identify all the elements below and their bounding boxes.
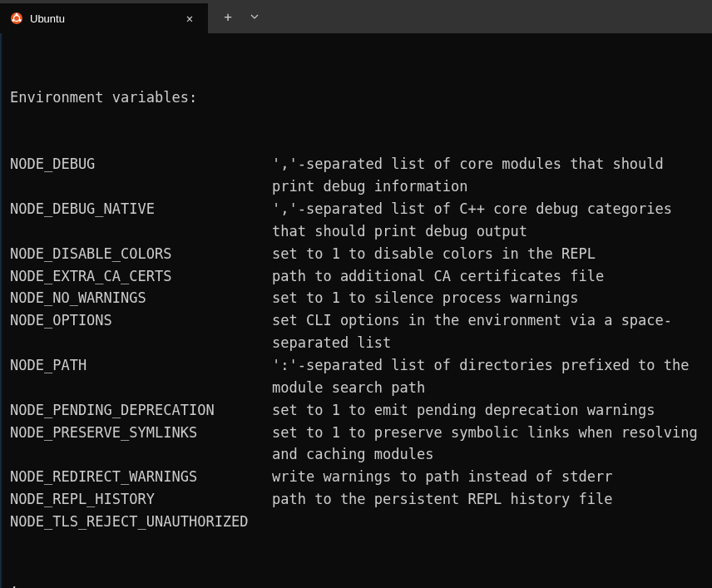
env-var-row: NODE_TLS_REJECT_UNAUTHORIZED: [10, 511, 702, 533]
env-var-desc: set CLI options in the environment via a…: [272, 309, 702, 354]
window-left-border: [0, 33, 2, 588]
tab-title: Ubuntu: [30, 12, 181, 25]
tab-actions: +: [208, 0, 268, 33]
env-var-name: NODE_REPL_HISTORY: [10, 488, 272, 511]
env-var-row: NODE_DEBUG_NATIVE','-separated list of C…: [10, 198, 702, 243]
env-var-desc: ':'-separated list of directories prefix…: [272, 354, 702, 399]
env-var-name: NODE_EXTRA_CA_CERTS: [10, 265, 272, 288]
env-var-row: NODE_PRESERVE_SYMLINKSset to 1 to preser…: [10, 422, 702, 467]
new-tab-button[interactable]: +: [215, 3, 241, 30]
env-var-name: NODE_NO_WARNINGS: [10, 287, 272, 309]
env-var-row: NODE_OPTIONSset CLI options in the envir…: [10, 309, 702, 354]
env-var-name: NODE_DEBUG: [10, 153, 272, 198]
env-var-row: NODE_PENDING_DEPRECATIONset to 1 to emit…: [10, 399, 702, 422]
env-var-desc: path to additional CA certificates file: [272, 265, 702, 288]
terminal-content[interactable]: Environment variables: NODE_DEBUG','-sep…: [0, 33, 712, 588]
env-var-desc: ','-separated list of C++ core debug cat…: [272, 198, 702, 243]
env-var-row: NODE_DEBUG','-separated list of core mod…: [10, 153, 702, 198]
env-var-name: NODE_PATH: [10, 354, 272, 399]
env-var-desc: set to 1 to silence process warnings: [272, 287, 702, 309]
env-var-list: NODE_DEBUG','-separated list of core mod…: [10, 153, 702, 533]
env-var-row: NODE_PATH':'-separated list of directori…: [10, 354, 702, 399]
dropdown-icon[interactable]: [241, 3, 268, 30]
env-var-desc: path to the persistent REPL history file: [272, 488, 702, 511]
env-var-name: NODE_DEBUG_NATIVE: [10, 198, 272, 243]
env-var-row: NODE_DISABLE_COLORSset to 1 to disable c…: [10, 243, 702, 265]
env-var-desc: set to 1 to preserve symbolic links when…: [272, 422, 702, 467]
env-var-desc: set to 1 to disable colors in the REPL: [272, 243, 702, 265]
env-var-desc: write warnings to path instead of stderr: [272, 466, 702, 488]
env-var-name: NODE_OPTIONS: [10, 309, 272, 354]
env-var-desc: ','-separated list of core modules that …: [272, 153, 702, 198]
env-var-row: NODE_REDIRECT_WARNINGSwrite warnings to …: [10, 466, 702, 488]
titlebar: Ubuntu ✕ +: [0, 0, 712, 33]
env-var-name: NODE_REDIRECT_WARNINGS: [10, 466, 272, 488]
close-icon[interactable]: ✕: [181, 10, 198, 27]
env-var-desc: set to 1 to emit pending deprecation war…: [272, 399, 702, 422]
env-var-name: NODE_PRESERVE_SYMLINKS: [10, 422, 272, 467]
env-var-row: NODE_NO_WARNINGSset to 1 to silence proc…: [10, 287, 702, 309]
env-var-name: NODE_PENDING_DEPRECATION: [10, 399, 272, 422]
env-var-row: NODE_EXTRA_CA_CERTSpath to additional CA…: [10, 265, 702, 288]
env-var-row: NODE_REPL_HISTORYpath to the persistent …: [10, 488, 702, 511]
env-var-name: NODE_TLS_REJECT_UNAUTHORIZED: [10, 511, 272, 533]
section-header: Environment variables:: [10, 86, 702, 109]
tab-ubuntu[interactable]: Ubuntu ✕: [0, 3, 208, 33]
env-var-desc: [272, 511, 702, 533]
ubuntu-icon: [10, 12, 23, 25]
pager-prompt: :: [10, 578, 702, 588]
env-var-name: NODE_DISABLE_COLORS: [10, 243, 272, 265]
